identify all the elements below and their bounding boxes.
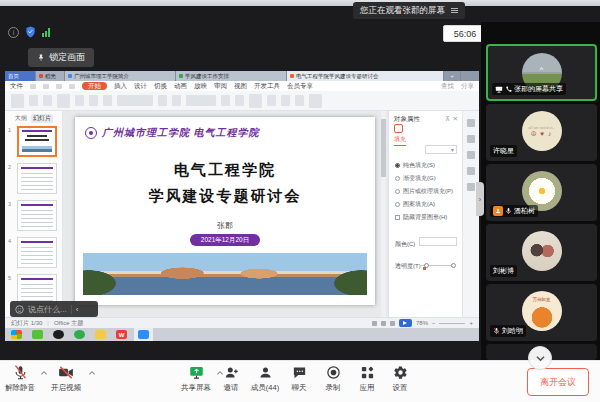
fill-option-picture[interactable]: 图片或纹理填充(P) (395, 186, 453, 196)
slide-thumbnail-3[interactable]: 3 (8, 200, 60, 233)
quick-chat-bar[interactable]: 说点什么... ‹ (10, 301, 98, 317)
collapse-left-icon[interactable]: ‹ (76, 305, 79, 314)
zoom-in-button[interactable]: + (469, 320, 473, 326)
wps-menu-item[interactable]: 审阅 (214, 82, 227, 91)
wps-menu-item[interactable]: 切换 (154, 82, 167, 91)
participant-tile[interactable]: 潘柏树 (486, 164, 597, 221)
ribbon-font-box[interactable] (117, 95, 153, 106)
slide-thumbnail-4[interactable]: 4 (8, 237, 60, 270)
thumb-tab-slides[interactable]: 幻灯片 (31, 114, 53, 123)
school-name: 广州城市理工学院 (102, 127, 190, 138)
participant-tile[interactable]: 刘彬博 (486, 224, 597, 281)
ribbon-button[interactable] (309, 94, 322, 108)
zoom-out-button[interactable]: − (432, 320, 436, 326)
ribbon-button[interactable] (172, 95, 181, 106)
taskbar-folder-icon[interactable] (95, 330, 106, 339)
ribbon-button[interactable] (89, 95, 98, 106)
unmute-button[interactable]: 解除静音 (0, 365, 40, 393)
reading-view-icon[interactable] (390, 321, 395, 326)
wps-tab-doc-active[interactable]: 电气工程学院学风建设专题研讨会 (287, 71, 444, 81)
taskbar-start-button[interactable] (11, 330, 22, 339)
avatar-emojis: ☮ ♥ ♪ (531, 130, 553, 138)
slide-scrollbar-thumb[interactable] (381, 119, 386, 177)
ribbon-button[interactable] (43, 95, 52, 106)
info-icon[interactable]: i (8, 27, 19, 38)
start-video-button[interactable]: 开启视频 (46, 365, 86, 393)
fill-option-solid[interactable]: 纯色填充(S) (395, 160, 435, 170)
taskbar-wechat-icon[interactable] (32, 330, 43, 339)
wps-tab-doc1[interactable]: 广州城市理工学院简介 (65, 71, 176, 81)
list-icon[interactable] (451, 7, 458, 14)
ribbon-button[interactable] (267, 95, 276, 106)
wps-menu-item[interactable]: 开发工具 (254, 82, 280, 91)
wps-tab-home[interactable]: 首页 (5, 71, 36, 81)
scroll-down-button[interactable] (528, 346, 552, 370)
chat-input-placeholder[interactable]: 说点什么... (28, 304, 67, 315)
invite-icon (224, 365, 239, 380)
side-tool-icon[interactable] (467, 167, 475, 175)
settings-button[interactable]: 设置 (380, 365, 420, 393)
wps-menu-start[interactable]: 开始 (82, 82, 107, 90)
slide-canvas[interactable]: 广州城市理工学院 电气工程学院 电气工程学院 学风建设专题研讨会 张郡 2021… (75, 117, 375, 305)
taskbar-wps-icon[interactable]: W (116, 330, 127, 339)
participant-tile-sharing[interactable]: ^ 张郡的屏幕共享 (486, 44, 597, 101)
shape-fill-icon[interactable] (394, 124, 403, 133)
wps-menu-item[interactable]: 动画 (174, 82, 187, 91)
sorter-view-icon[interactable] (381, 321, 386, 326)
wps-menu-item[interactable]: 设计 (134, 82, 147, 91)
wps-share[interactable]: 分享 (461, 82, 474, 91)
side-tool-icon[interactable] (467, 135, 475, 143)
taskbar-qq-icon[interactable] (53, 330, 64, 339)
color-dropdown[interactable] (419, 237, 457, 246)
taskbar-browser-icon[interactable] (74, 330, 85, 339)
ribbon-button[interactable] (281, 95, 290, 106)
smiley-icon[interactable] (15, 305, 24, 314)
ribbon-button[interactable] (103, 95, 112, 106)
wps-menu-item[interactable]: 视图 (234, 82, 247, 91)
ribbon-button[interactable] (249, 94, 262, 108)
slideshow-play-button[interactable] (399, 319, 412, 327)
wps-new-tab-button[interactable]: + (444, 71, 461, 81)
zoom-level: 78% (416, 320, 428, 326)
ribbon-button[interactable] (221, 95, 230, 106)
leave-meeting-button[interactable]: 离开会议 (527, 368, 589, 396)
video-options-caret[interactable] (88, 370, 96, 376)
wps-search[interactable]: 查找 (441, 82, 454, 91)
normal-view-icon[interactable] (372, 321, 377, 326)
zoom-slider[interactable] (439, 323, 465, 324)
ribbon-button[interactable] (295, 95, 304, 106)
ribbon-paragraph-box[interactable] (186, 95, 216, 106)
side-tool-icon[interactable] (467, 151, 475, 159)
participant-tile[interactable]: all we need is.. ☮ ♥ ♪ 许晓星 (486, 104, 597, 161)
share-screen-button[interactable]: 共享屏幕 (176, 365, 216, 393)
ribbon-button[interactable] (158, 95, 167, 106)
panel-close-icon[interactable]: ✕ (453, 115, 458, 123)
side-tool-icon[interactable] (467, 119, 475, 127)
ribbon-button[interactable] (75, 95, 84, 106)
fill-tab[interactable]: 填充 (394, 135, 406, 146)
ribbon-button[interactable] (11, 94, 24, 108)
fill-option-pattern[interactable]: 图案填充(A) (395, 199, 435, 209)
panel-pin-icon[interactable]: ⊼ (445, 115, 450, 123)
wps-menu-file[interactable]: 文件 (10, 82, 23, 91)
side-tool-icon[interactable] (467, 183, 475, 191)
slide-thumbnail-2[interactable]: 2 (8, 163, 60, 196)
participant-tile[interactable]: 万柿如意 刘晗明 (486, 284, 597, 341)
ribbon-button[interactable] (57, 94, 70, 108)
taskbar-meeting-icon[interactable] (138, 330, 149, 339)
security-shield-icon[interactable] (25, 26, 36, 38)
hide-background-checkbox[interactable]: 隐藏背景图形(H) (395, 212, 447, 222)
slide-thumbnail-1[interactable]: 1 (8, 126, 60, 159)
thumb-tab-outline[interactable]: 大纲 (15, 114, 27, 123)
wps-menu-item[interactable]: 会员专享 (287, 82, 313, 91)
wps-menu-item[interactable]: 放映 (194, 82, 207, 91)
fill-preset-dropdown[interactable]: ▾ (425, 145, 457, 154)
ribbon-button[interactable] (29, 95, 38, 106)
ribbon-button[interactable] (235, 95, 244, 106)
wps-menu-item[interactable]: 插入 (114, 82, 127, 91)
sidebar-collapse-handle[interactable]: › (476, 182, 484, 216)
wps-tab-docer[interactable]: 稻壳 (36, 71, 65, 81)
wps-tab-doc2[interactable]: 学风建设工作安排 (176, 71, 287, 81)
pin-screen-button[interactable]: 锁定画面 (28, 48, 94, 67)
fill-option-gradient[interactable]: 渐变填充(G) (395, 173, 436, 183)
